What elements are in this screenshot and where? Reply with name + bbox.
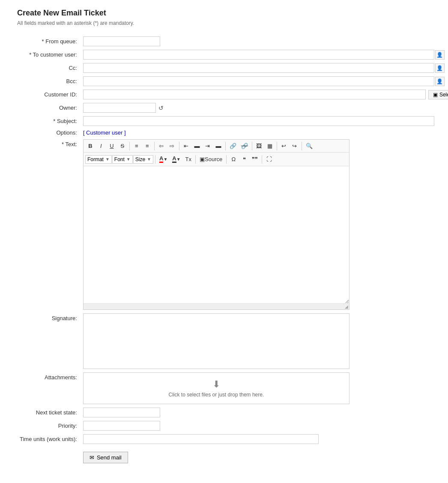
bcc-label: Bcc: [17,75,81,88]
options-label: Options: [17,128,81,138]
size-dropdown[interactable]: Size ▼ [133,155,153,164]
priority-input[interactable]: 3 normal [83,421,160,431]
align-center-button[interactable]: ▬ [192,141,202,150]
next-state-input[interactable]: open [83,408,160,417]
font-color-icon: A [159,156,163,163]
toolbar-sep-3 [179,142,179,150]
owner-label: Owner: [17,101,81,114]
select-icon: ▣ [433,92,438,98]
select-button[interactable]: ▣ Select [428,90,448,99]
signature-label: Signature: [17,312,81,371]
table-button[interactable]: ▦ [265,141,275,150]
send-mail-button[interactable]: ✉ Send mail [83,452,128,463]
to-customer-user-icon[interactable]: 👤 [435,50,445,60]
search-button[interactable]: 🔍 [304,141,315,150]
bg-color-arrow: ▼ [176,157,181,162]
to-customer-input[interactable] [83,50,434,60]
page-title: Create New Email Ticket [17,9,431,18]
underline-button[interactable]: U [107,141,117,150]
link-button[interactable]: 🔗 [227,141,239,150]
from-queue-label: * From queue: [17,35,81,48]
cc-label: Cc: [17,61,81,75]
toolbar-sep-9 [195,155,196,164]
fullscreen-button[interactable]: ⛶ [264,155,274,164]
send-label: Send mail [97,454,122,461]
toolbar-sep-7 [302,142,302,150]
select-btn-label: Select [439,92,448,98]
priority-label: Priority: [17,419,81,432]
subject-label: * Subject: [17,114,81,128]
bg-color-icon: A [172,156,176,163]
customer-id-input[interactable] [83,90,426,99]
page-subtitle: All fields marked with an asterisk (*) a… [17,20,431,26]
toolbar-sep-2 [154,142,155,150]
editor-resize-handle: ◢ [84,303,349,309]
align-left-button[interactable]: ⇤ [181,141,191,150]
editor-toolbar-2: Format ▼ Font ▼ Size ▼ A ▼ [84,153,349,166]
customer-id-label: Customer ID: [17,88,81,101]
clear-format-label: Tx [185,156,191,162]
ordered-list-button[interactable]: ≡ [131,141,142,150]
toolbar-sep-4 [225,142,226,150]
format-label: Format [87,156,104,162]
blockquote-button[interactable]: ❝ [239,155,249,164]
font-color-button[interactable]: A ▼ [157,154,170,164]
strike-button[interactable]: S [117,141,128,150]
from-queue-input[interactable] [83,36,160,46]
font-dropdown[interactable]: Font ▼ [112,155,133,164]
source-button[interactable]: ▣ Source [197,155,224,164]
toolbar-sep-11 [262,155,262,164]
cc-user-icon[interactable]: 👤 [435,63,445,73]
attachments-text: Click to select files or just drop them … [169,392,264,398]
send-btn-spacer [17,446,81,465]
cc-input[interactable] [83,63,434,73]
format-dropdown[interactable]: Format ▼ [85,155,112,164]
size-arrow: ▼ [147,157,151,162]
align-right-button[interactable]: ⇥ [203,141,213,150]
toolbar-sep-8 [155,155,155,164]
attachments-dropzone[interactable]: ⬇ Click to select files or just drop the… [83,372,349,404]
source-icon: ▣ [200,156,205,162]
owner-input[interactable] [83,103,156,113]
undo-button[interactable]: ↩ [279,141,289,150]
toolbar-sep-6 [277,142,277,150]
unlink-button[interactable]: 🔗 [239,141,250,150]
unordered-list-button[interactable]: ≡ [142,141,152,150]
signature-area [83,313,349,369]
customer-user-link[interactable]: [ Customer user ] [83,129,126,136]
redo-button[interactable]: ↪ [290,141,300,150]
italic-button[interactable]: I [96,141,106,150]
refresh-icon[interactable]: ↺ [158,105,164,111]
clear-format-button[interactable]: Tx [183,155,194,164]
size-label: Size [135,156,145,162]
toolbar-sep-1 [129,142,130,150]
image-button[interactable]: 🖼 [254,141,264,150]
bold-button[interactable]: B [85,141,96,150]
text-editor: B I U S ≡ ≡ ⇦ ⇨ ⇤ ▬ ⇥ ▬ 🔗 [83,139,349,310]
editor-toolbar-1: B I U S ≡ ≡ ⇦ ⇨ ⇤ ▬ ⇥ ▬ 🔗 [84,140,349,153]
align-justify-button[interactable]: ▬ [213,141,224,150]
font-color-arrow: ▼ [163,157,167,162]
templates-button[interactable]: ❞❞ [250,155,260,164]
to-customer-label: * To customer user: [17,48,81,61]
bg-color-button[interactable]: A ▼ [170,154,182,164]
indent-left-button[interactable]: ⇦ [156,141,167,150]
next-state-label: Next ticket state: [17,406,81,419]
subject-input[interactable] [83,116,434,126]
attachments-label: Attachments: [17,371,81,406]
send-icon: ✉ [90,454,94,461]
text-label: * Text: [17,138,81,312]
indent-right-button[interactable]: ⇨ [167,141,177,150]
bcc-user-icon[interactable]: 👤 [435,77,445,86]
time-units-label: Time units (work units): [17,432,81,446]
toolbar-sep-10 [226,155,227,164]
editor-content-area[interactable] [84,166,349,303]
upload-icon: ⬇ [212,379,220,390]
special-char-button[interactable]: Ω [228,155,239,164]
font-label: Font [114,156,125,162]
format-arrow: ▼ [105,157,110,162]
toolbar-sep-5 [252,142,252,150]
bcc-input[interactable] [83,76,434,86]
time-units-input[interactable] [83,434,319,444]
font-arrow: ▼ [126,157,131,162]
